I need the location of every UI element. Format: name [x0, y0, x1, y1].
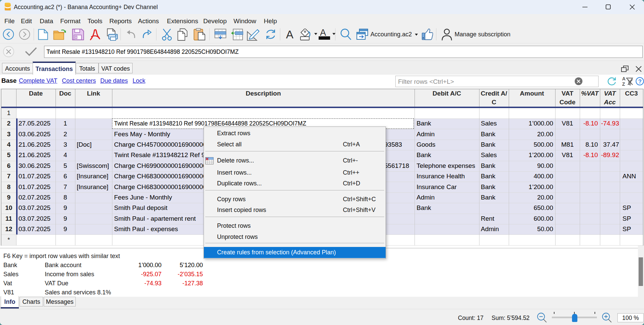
svg-text:?: ? [638, 79, 642, 84]
svg-text:A: A [622, 76, 625, 81]
svg-text:Z: Z [622, 81, 625, 86]
